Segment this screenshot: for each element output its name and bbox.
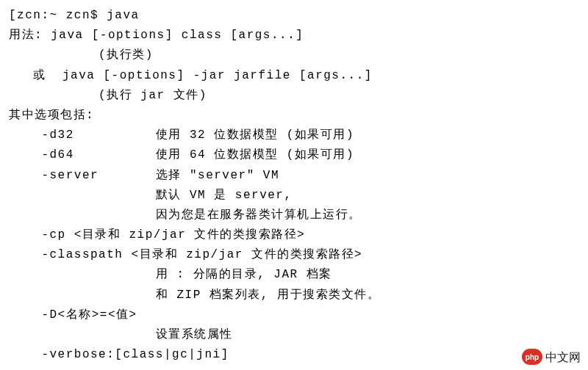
terminal-line: (执行 jar 文件)	[9, 86, 579, 106]
terminal-line: 用 : 分隔的目录, JAR 档案	[9, 265, 579, 285]
terminal-line: -verbose:[class|gc|jni]	[9, 345, 579, 365]
terminal-line: 设置系统属性	[9, 325, 579, 345]
terminal-line: 因为您是在服务器类计算机上运行。	[9, 206, 579, 225]
terminal-line: 默认 VM 是 server,	[9, 186, 579, 206]
terminal-line: -d32 使用 32 位数据模型 (如果可用)	[9, 126, 579, 145]
terminal-output: [zcn:~ zcn$ java 用法: java [-options] cla…	[9, 6, 579, 365]
terminal-prompt-line: [zcn:~ zcn$ java	[9, 6, 579, 26]
terminal-line: 或 java [-options] -jar jarfile [args...]	[9, 66, 579, 86]
terminal-line: -cp <目录和 zip/jar 文件的类搜索路径>	[9, 225, 579, 245]
watermark-badge: php	[522, 349, 542, 365]
terminal-line: -D<名称>=<值>	[9, 305, 579, 325]
terminal-line: -classpath <目录和 zip/jar 文件的类搜索路径>	[9, 245, 579, 265]
terminal-line: 和 ZIP 档案列表, 用于搜索类文件。	[9, 286, 579, 305]
terminal-line: -server 选择 "server" VM	[9, 166, 579, 186]
terminal-line: 用法: java [-options] class [args...]	[9, 26, 579, 46]
terminal-line: -d64 使用 64 位数据模型 (如果可用)	[9, 145, 579, 165]
watermark-text: 中文网	[545, 347, 581, 367]
terminal-line: 其中选项包括:	[9, 106, 579, 126]
watermark: php 中文网	[522, 347, 581, 367]
terminal-line: (执行类)	[9, 46, 579, 65]
